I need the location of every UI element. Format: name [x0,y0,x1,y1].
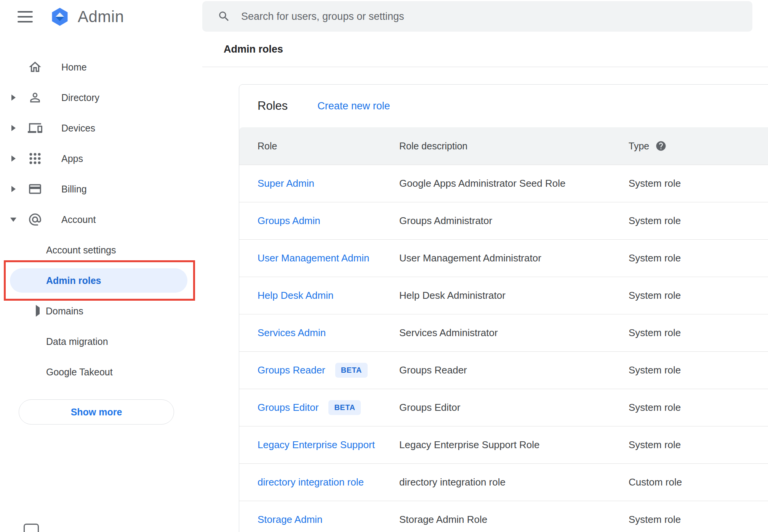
role-type: Custom role [629,476,768,488]
page-title-row: Admin roles [202,32,768,67]
help-icon[interactable] [655,140,667,152]
sidebar-item-account-settings[interactable]: Account settings [0,235,202,265]
sidebar-item-home[interactable]: Home [0,52,202,82]
table-row: Storage Admin Storage Admin Role System … [239,501,768,532]
table-row: Groups Editor BETA Groups Editor System … [239,389,768,426]
role-type: System role [629,402,768,413]
role-type: System role [629,439,768,451]
role-description: Services Administrator [399,327,629,339]
admin-logo-icon[interactable] [50,6,70,27]
search-input[interactable] [241,11,752,22]
column-header-role-description: Role description [399,141,629,152]
roles-heading: Roles [258,99,288,113]
roles-table-body: Super Admin Google Apps Administrator Se… [239,165,768,532]
expand-right-icon[interactable] [36,308,40,314]
role-description: Help Desk Administrator [399,290,629,301]
sidebar-item-label: Apps [61,153,83,164]
selected-item-pill[interactable]: Admin roles [10,268,187,293]
expand-right-icon[interactable] [8,186,19,192]
apps-grid-icon [28,151,42,166]
sidebar-item-domains[interactable]: Domains [0,296,202,326]
role-type: System role [629,252,768,264]
roles-card-header: Roles Create new role [239,85,768,127]
table-row: Groups Reader BETA Groups Reader System … [239,352,768,389]
at-sign-icon [28,212,42,227]
roles-card: Roles Create new role Role Role descript… [239,84,768,532]
sidebar-item-data-migration[interactable]: Data migration [0,326,202,357]
sidebar-item-label: Devices [61,123,95,134]
role-type: System role [629,327,768,339]
hamburger-menu-button[interactable] [18,11,34,22]
collapse-down-icon[interactable] [8,218,19,222]
sidebar-item-devices[interactable]: Devices [0,113,202,143]
column-header-type: Type [629,141,649,152]
column-header-role: Role [258,141,399,152]
table-row: User Management Admin User Management Ad… [239,240,768,277]
sidebar-item-label: Account [61,214,96,225]
main-content: Admin roles Roles Create new role Role R… [202,0,768,532]
sidebar-item-label: Billing [61,184,87,195]
role-link[interactable]: Super Admin [258,178,314,189]
role-link[interactable]: directory integration role [258,476,364,488]
role-description: User Management Administrator [399,252,629,264]
partial-footer-icon[interactable] [24,524,39,532]
sidebar-header: Admin [0,0,202,34]
role-type: System role [629,364,768,376]
sidebar-item-account[interactable]: Account [0,204,202,235]
sidebar-nav: Home Directory Devices [0,52,202,425]
sidebar-item-label: Home [61,62,87,73]
billing-card-icon [28,182,42,196]
role-description: directory integration role [399,476,629,488]
sidebar-item-admin-roles[interactable]: Admin roles [0,265,202,296]
table-row: Groups Admin Groups Administrator System… [239,202,768,240]
role-description: Legacy Enterprise Support Role [399,439,629,451]
show-more-button[interactable]: Show more [19,399,174,425]
table-row: directory integration role directory int… [239,464,768,501]
table-row: Super Admin Google Apps Administrator Se… [239,165,768,202]
sidebar-item-google-takeout[interactable]: Google Takeout [0,357,202,387]
role-link[interactable]: Groups Editor [258,402,318,413]
create-new-role-link[interactable]: Create new role [317,100,390,112]
table-row: Help Desk Admin Help Desk Administrator … [239,277,768,314]
table-row: Legacy Enterprise Support Legacy Enterpr… [239,426,768,464]
role-link[interactable]: Services Admin [258,327,326,339]
role-link[interactable]: Help Desk Admin [258,290,333,301]
role-type: System role [629,215,768,227]
role-link[interactable]: Groups Admin [258,215,320,227]
sidebar-item-billing[interactable]: Billing [0,174,202,204]
expand-right-icon[interactable] [8,155,19,162]
role-link[interactable]: Groups Reader [258,364,325,376]
role-type: System role [629,514,768,526]
role-type: System role [629,178,768,189]
beta-badge: BETA [328,400,361,415]
role-description: Groups Reader [399,364,629,376]
expand-right-icon[interactable] [8,125,19,131]
role-link[interactable]: Storage Admin [258,514,323,526]
table-header-row: Role Role description Type [239,127,768,165]
search-bar[interactable] [202,1,752,32]
sidebar-item-apps[interactable]: Apps [0,143,202,174]
role-description: Google Apps Administrator Seed Role [399,178,629,189]
devices-icon [28,121,42,135]
role-description: Groups Editor [399,402,629,413]
role-type: System role [629,290,768,301]
role-description: Groups Administrator [399,215,629,227]
role-link[interactable]: User Management Admin [258,252,369,264]
sidebar-item-directory[interactable]: Directory [0,82,202,113]
page-title: Admin roles [224,43,283,55]
beta-badge: BETA [335,363,368,378]
table-row: Services Admin Services Administrator Sy… [239,314,768,352]
home-icon [28,60,42,74]
person-icon [28,90,42,105]
expand-right-icon[interactable] [8,95,19,101]
sidebar: Admin Home Directory Devices [0,0,202,532]
role-link[interactable]: Legacy Enterprise Support [258,439,375,451]
sidebar-item-label: Directory [61,92,99,103]
role-description: Storage Admin Role [399,514,629,526]
brand-title: Admin [78,8,124,26]
search-icon [218,10,230,23]
